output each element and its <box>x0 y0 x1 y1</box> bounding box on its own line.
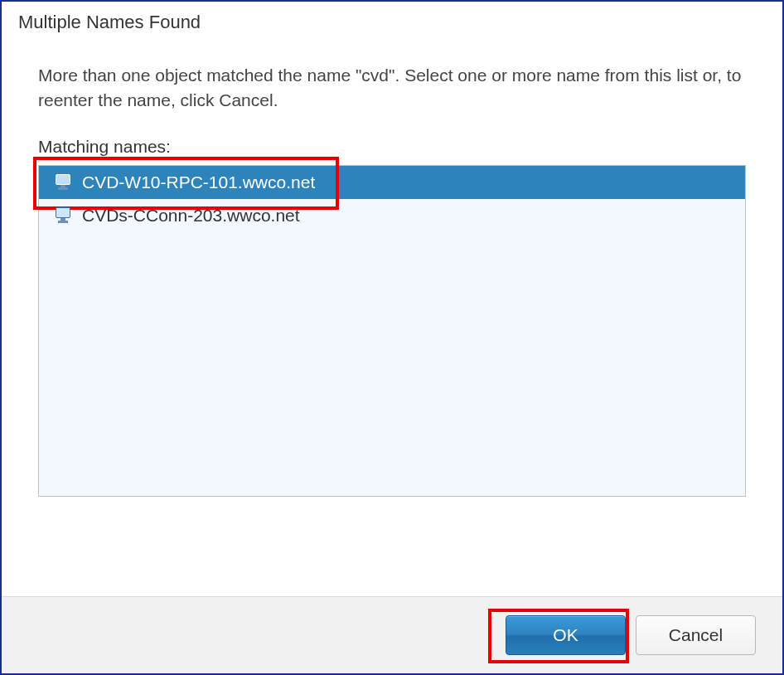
matching-names-list[interactable]: CVD-W10-RPC-101.wwco.net CVDs-CConn-203.… <box>38 165 746 497</box>
dialog-footer: OK Cancel <box>2 596 782 673</box>
ok-button[interactable]: OK <box>506 615 626 655</box>
list-item[interactable]: CVDs-CConn-203.wwco.net <box>39 199 745 232</box>
dialog-body: More than one object matched the name "c… <box>2 38 782 596</box>
computer-icon <box>54 174 72 191</box>
list-item[interactable]: CVD-W10-RPC-101.wwco.net <box>39 166 745 199</box>
list-item-label: CVD-W10-RPC-101.wwco.net <box>82 172 315 192</box>
cancel-button[interactable]: Cancel <box>636 615 756 655</box>
multiple-names-found-dialog: Multiple Names Found More than one objec… <box>0 0 784 675</box>
list-item-label: CVDs-CConn-203.wwco.net <box>82 206 300 226</box>
dialog-title: Multiple Names Found <box>2 2 782 38</box>
matching-names-label: Matching names: <box>38 137 746 157</box>
computer-icon <box>54 207 72 224</box>
prompt-text: More than one object matched the name "c… <box>38 63 746 114</box>
